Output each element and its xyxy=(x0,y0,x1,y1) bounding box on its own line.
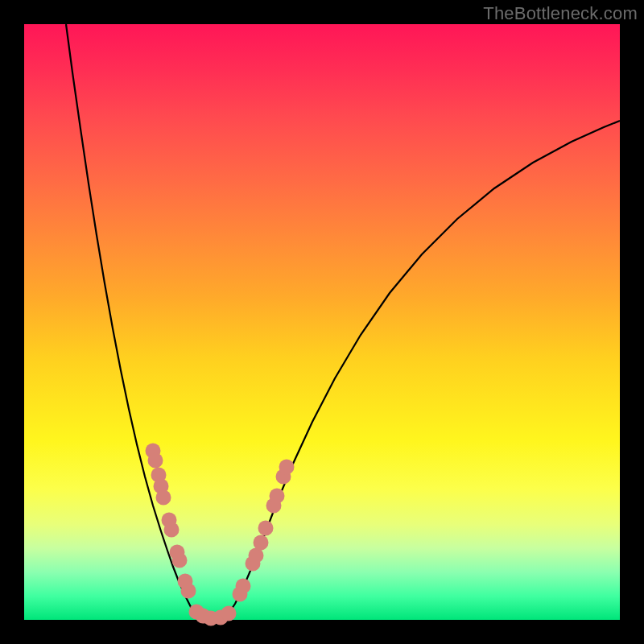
marker-dot xyxy=(164,522,180,538)
curve-layer xyxy=(24,24,620,620)
marker-dot xyxy=(236,579,251,594)
marker-dot xyxy=(279,460,295,475)
chart-frame: TheBottleneck.com xyxy=(0,0,644,644)
marker-dot xyxy=(258,521,274,536)
marker-dot xyxy=(181,584,196,599)
curve-right xyxy=(229,121,620,613)
marker-dot xyxy=(221,606,237,621)
marker-dot xyxy=(254,535,269,551)
marker-dot xyxy=(156,490,171,506)
marker-dot xyxy=(270,489,285,504)
marker-dot xyxy=(148,453,163,469)
marker-dot xyxy=(172,553,188,568)
watermark-text: TheBottleneck.com xyxy=(483,3,638,24)
marker-dots xyxy=(146,444,295,626)
